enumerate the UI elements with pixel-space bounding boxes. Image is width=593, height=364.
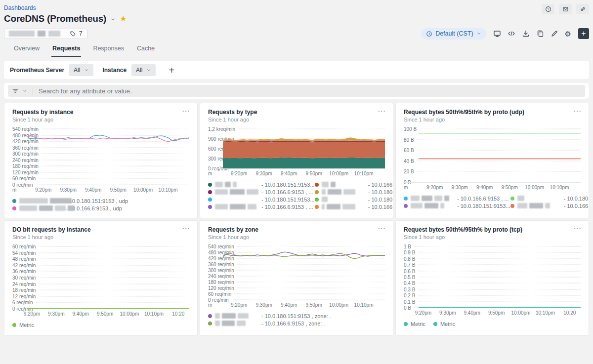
legend-item[interactable]: - 10.0.166.6:9153 , ... [208,188,315,196]
tab-overview[interactable]: Overview [13,43,41,57]
legend-item[interactable]: - 10.0.166.6:9153 , ... [510,202,589,209]
legend-item[interactable]: - 10.0.180.151:9153... [404,202,510,209]
legend-item[interactable]: - 10.0.180.151:9153... [208,181,315,188]
legend-item[interactable]: - 10.0.180.151:9153... [315,188,393,196]
link-button[interactable] [576,4,589,14]
legend-row: MetricMetric [404,320,581,327]
legend-item[interactable]: - 10.0.166.6:9153 , ... [315,181,393,188]
chart-canvas[interactable] [419,246,581,308]
search-inner [8,85,585,97]
star-icon[interactable]: ★ [120,15,127,23]
tab-responses[interactable]: Responses [92,43,125,57]
filter-icon[interactable] [12,87,19,94]
panel-2: Request bytes 50th%/95th% by proto (udp)… [395,103,589,218]
redacted-block [215,182,223,187]
legend-item[interactable]: - 10.0.166.6:9153 , ... [208,203,315,210]
legend-item[interactable]: - 10.0.180.151:9153... [510,195,589,202]
redacted-text [215,189,258,195]
legend-label: Metric [411,321,425,327]
panel-subtitle: Since 1 hour ago [404,117,581,122]
add-widget-button[interactable]: + [578,28,589,39]
legend-item[interactable]: - 10.0.166.6:9153 , zone: . [208,320,385,327]
link-icon [580,6,586,12]
x-tick-label: 9:40pm [281,302,297,308]
redacted-text [215,321,258,326]
legend-item[interactable]: - 10.0.180.151:9153 , udp [12,197,189,204]
search-input[interactable] [39,87,581,95]
search-bar [4,83,589,99]
code-icon[interactable] [508,30,515,38]
prometheus-server-select[interactable]: All [69,64,93,76]
email-button[interactable] [559,4,572,14]
chart-area: 1.2 kreq/min900 req/min600 req/min300 re… [208,129,385,168]
chevron-down-icon [146,68,151,73]
x-tick-label: 10:20 [172,311,184,317]
redacted-block [517,196,524,201]
instance-select[interactable]: All [131,64,156,76]
add-variable-button[interactable]: + [169,65,174,75]
panel-menu-button[interactable]: ··· [574,225,582,232]
legend-item[interactable]: Metric [12,321,34,328]
breadcrumb-row: Dashboards ? [4,4,589,11]
redacted-text [517,196,561,201]
legend-item[interactable]: Metric [433,320,455,327]
x-tick-label: 9:50pm [97,311,113,317]
legend-label: - 10.0.180.151:9153... [261,182,315,188]
chart-canvas[interactable] [223,129,385,168]
gear-icon[interactable]: ⚙ [565,30,571,38]
chevron-down-icon[interactable] [110,17,116,22]
chart-canvas[interactable] [27,246,189,309]
redacted-block [424,203,438,208]
panel-head: DO bit requests by instanceSince 1 hour … [4,221,197,240]
legend-dot [510,197,514,201]
y-tick-label: 0.4 B [404,281,415,286]
legend-dot [12,206,16,210]
chart-canvas[interactable] [419,129,581,182]
legend-dot [12,323,16,327]
panel-menu-button[interactable]: ··· [378,225,386,232]
chart-canvas[interactable] [223,246,385,300]
panel-menu-button[interactable]: ··· [378,107,386,115]
pencil-icon[interactable] [551,30,558,38]
legend-item[interactable]: Metric [404,320,425,327]
tab-cache[interactable]: Cache [136,43,156,57]
legend-item[interactable]: - 10.0.180.151:9153... [315,196,393,203]
redacted-block [230,204,246,209]
tag-icon [70,31,76,37]
panel-menu-button[interactable]: ··· [182,107,190,115]
download-icon[interactable] [522,30,530,38]
panel-menu-button[interactable]: ··· [182,225,190,232]
legend-label: - 10.0.166.6:9153 , ... [261,204,313,210]
x-tick-label: 10:00pm [511,310,531,316]
title-row: CoreDNS (Prometheus) ★ [4,13,589,25]
chevron-down-icon[interactable] [22,88,27,93]
chart-area: 540 req/min480 req/min420 req/min360 req… [12,129,189,185]
copy-icon[interactable] [536,30,544,38]
legend-item[interactable]: - 10.0.166.6:9153 , ... [315,203,393,210]
legend-item[interactable]: - 10.0.180.151:9153... [208,196,315,203]
chart-canvas[interactable] [27,129,189,185]
x-tick-label: 9:20pm [426,185,443,190]
chart-area: 100 B80 B60 B40 B20 B0 B [404,129,581,182]
redacted-block [529,203,543,208]
panel-subtitle: Since 1 hour ago [208,234,385,240]
redacted-block [411,196,420,201]
panel-title: Requests by type [208,109,385,116]
panels-grid: Requests by instanceSince 1 hour ago···5… [0,103,593,336]
redacted-text [9,31,35,37]
area-series-1 [223,142,385,158]
legend-dot [208,322,212,325]
legend-dot [315,198,319,202]
panel-menu-button[interactable]: ··· [574,107,582,115]
legend-item[interactable]: - 10.0.166.6:9153 , ... [404,195,510,202]
redacted-block [225,182,231,187]
help-button[interactable]: ? [542,4,554,14]
meta-row: 7 Default (CST) ⚙ + [4,28,589,39]
breadcrumb[interactable]: Dashboards [4,4,36,11]
monitor-icon[interactable] [493,30,501,38]
legend-item[interactable]: - 10.0.166.6:9153 , udp [12,204,189,212]
time-range-selector[interactable]: Default (CST) [421,28,486,40]
tab-requests[interactable]: Requests [51,43,81,57]
legend-item[interactable]: - 10.0.180.151:9153 , zone: . [208,312,385,320]
x-tick-label: 10:10pm [550,185,569,190]
